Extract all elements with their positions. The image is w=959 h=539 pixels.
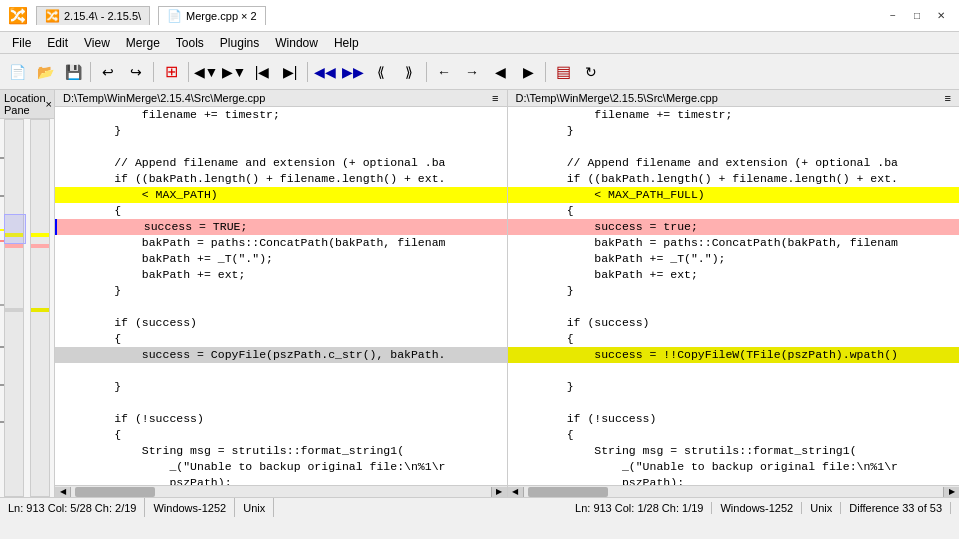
right-position-text: Ln: 913 Col: 1/28 Ch: 1/19 — [575, 502, 703, 514]
code-line: String msg = strutils::format_string1( — [55, 443, 507, 459]
nav-right-button[interactable]: → — [459, 59, 485, 85]
loc-ticks — [0, 119, 4, 497]
refresh-button[interactable]: ↻ — [578, 59, 604, 85]
loc-right-diff-yellow — [31, 233, 49, 237]
code-line: bakPath = paths::ConcatPath(bakPath, fil… — [508, 235, 960, 251]
loc-right-diff-gray — [31, 308, 49, 312]
redo-button[interactable]: ↪ — [123, 59, 149, 85]
prev-diff-button[interactable]: ◀▼ — [193, 59, 219, 85]
window-controls: − □ ✕ — [883, 6, 951, 26]
code-line: if (!success) — [55, 411, 507, 427]
nav-next-button[interactable]: ▶ — [515, 59, 541, 85]
right-scrollbar[interactable]: ◀ ▶ — [508, 485, 960, 497]
menu-tools[interactable]: Tools — [168, 34, 212, 52]
right-eol-text: Unix — [810, 502, 832, 514]
menu-plugins[interactable]: Plugins — [212, 34, 267, 52]
right-panel: D:\Temp\WinMerge\2.15.5\Src\Merge.cpp ≡ … — [508, 90, 960, 497]
code-line: } — [508, 123, 960, 139]
right-scrollbar-thumb[interactable] — [528, 487, 608, 497]
tab-file-compare[interactable]: 🔀 2.15.4\ - 2.15.5\ — [36, 6, 150, 25]
left-panel-menu-icon[interactable]: ≡ — [492, 92, 498, 104]
menu-help[interactable]: Help — [326, 34, 367, 52]
code-line: { — [508, 427, 960, 443]
code-line: if ((bakPath.length() + filename.length(… — [508, 171, 960, 187]
sep4 — [307, 62, 308, 82]
code-line — [55, 139, 507, 155]
code-line — [55, 363, 507, 379]
code-line — [508, 363, 960, 379]
code-line: { — [55, 203, 507, 219]
open-button[interactable]: 📂 — [32, 59, 58, 85]
right-panel-header: D:\Temp\WinMerge\2.15.5\Src\Merge.cpp ≡ — [508, 90, 960, 107]
code-line: bakPath += _T("."); — [508, 251, 960, 267]
left-scroll-left[interactable]: ◀ — [55, 487, 71, 497]
new-button[interactable]: 📄 — [4, 59, 30, 85]
menu-window[interactable]: Window — [267, 34, 326, 52]
main-area: Location Pane × — [0, 90, 959, 497]
location-pane-close[interactable]: × — [46, 98, 52, 110]
nav-left-button[interactable]: ← — [431, 59, 457, 85]
first-diff-button[interactable]: |◀ — [249, 59, 275, 85]
save-button[interactable]: 💾 — [60, 59, 86, 85]
left-eol: Unix — [235, 498, 274, 517]
undo-button[interactable]: ↩ — [95, 59, 121, 85]
right-panel-path: D:\Temp\WinMerge\2.15.5\Src\Merge.cpp — [516, 92, 718, 104]
nav-prev-button[interactable]: ◀ — [487, 59, 513, 85]
right-panel-menu-icon[interactable]: ≡ — [945, 92, 951, 104]
menu-view[interactable]: View — [76, 34, 118, 52]
loc-left-bar — [4, 119, 24, 497]
code-line: pszPath); — [55, 475, 507, 485]
tab-merge-cpp[interactable]: 📄 Merge.cpp × 2 — [158, 6, 266, 25]
left-scrollbar[interactable]: ◀ ▶ — [55, 485, 507, 497]
right-eol: Unix — [802, 502, 841, 514]
code-line: success = !!CopyFileW(TFile(pszPath).wpa… — [508, 347, 960, 363]
code-line: { — [55, 427, 507, 443]
copy-left-button[interactable]: ◀◀ — [312, 59, 338, 85]
code-line: success = true; — [508, 219, 960, 235]
left-position-text: Ln: 913 Col: 5/28 Ch: 2/19 — [8, 502, 136, 514]
code-line: bakPath += ext; — [55, 267, 507, 283]
right-scroll-left[interactable]: ◀ — [508, 487, 524, 497]
code-line: _("Unable to backup original file:\n%1\r — [508, 459, 960, 475]
left-encoding: Windows-1252 — [145, 498, 235, 517]
location-pane-label: Location Pane — [4, 92, 46, 116]
code-line: if (success) — [508, 315, 960, 331]
menu-merge[interactable]: Merge — [118, 34, 168, 52]
app-icon: 🔀 — [8, 6, 28, 25]
code-line: if (success) — [55, 315, 507, 331]
left-code-content[interactable]: filename += timestr; } // Append filenam… — [55, 107, 507, 485]
status-right: Ln: 913 Col: 1/28 Ch: 1/19 Windows-1252 … — [575, 502, 951, 514]
close-button[interactable]: ✕ — [931, 6, 951, 26]
tab-file-icon: 📄 — [167, 9, 182, 23]
copy-right-button[interactable]: ▶▶ — [340, 59, 366, 85]
last-diff-button[interactable]: ▶| — [277, 59, 303, 85]
status-bar: Ln: 913 Col: 5/28 Ch: 2/19 Windows-1252 … — [0, 497, 959, 517]
code-line: < MAX_PATH) — [55, 187, 507, 203]
next-diff-button[interactable]: ▶▼ — [221, 59, 247, 85]
copy-all-right-button[interactable]: ⟫ — [396, 59, 422, 85]
menu-file[interactable]: File — [4, 34, 39, 52]
code-line: success = TRUE; — [55, 219, 507, 235]
right-scroll-right[interactable]: ▶ — [943, 487, 959, 497]
maximize-button[interactable]: □ — [907, 6, 927, 26]
code-line — [508, 299, 960, 315]
compare-button[interactable]: ⊞ — [158, 59, 184, 85]
copy-all-left-button[interactable]: ⟪ — [368, 59, 394, 85]
code-line: // Append filename and extension (+ opti… — [55, 155, 507, 171]
code-line: { — [508, 203, 960, 219]
left-eol-text: Unix — [243, 502, 265, 514]
left-scrollbar-thumb[interactable] — [75, 487, 155, 497]
menu-edit[interactable]: Edit — [39, 34, 76, 52]
left-panel-path: D:\Temp\WinMerge\2.15.4\Src\Merge.cpp — [63, 92, 265, 104]
code-line — [508, 395, 960, 411]
code-line: } — [55, 379, 507, 395]
left-panel-header: D:\Temp\WinMerge\2.15.4\Src\Merge.cpp ≡ — [55, 90, 507, 107]
copy-block-left-button[interactable]: ▤ — [550, 59, 576, 85]
right-encoding: Windows-1252 — [712, 502, 802, 514]
right-code-content[interactable]: filename += timestr; } // Append filenam… — [508, 107, 960, 485]
left-scroll-right[interactable]: ▶ — [491, 487, 507, 497]
loc-diff-gray — [5, 308, 23, 312]
minimize-button[interactable]: − — [883, 6, 903, 26]
code-line: } — [508, 283, 960, 299]
right-position: Ln: 913 Col: 1/28 Ch: 1/19 — [575, 502, 712, 514]
